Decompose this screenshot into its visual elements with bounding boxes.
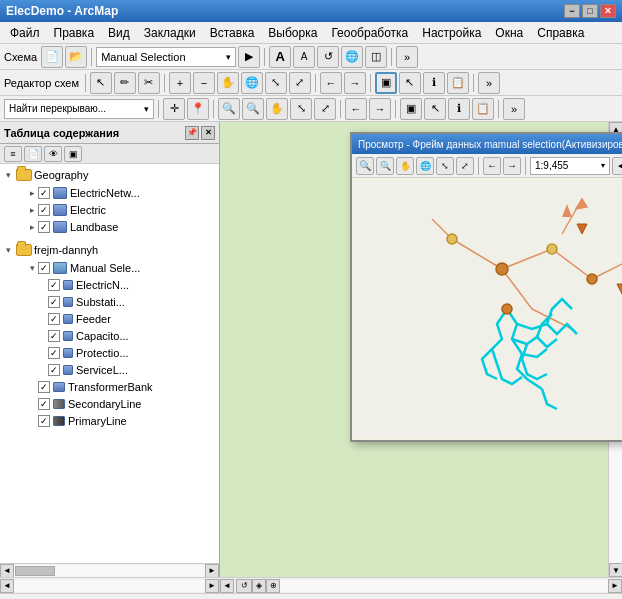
toc-item-electric[interactable]: ▸ Electric [0,201,219,218]
toc-item-primaryline[interactable]: PrimaryLine [0,412,219,429]
find-pan2[interactable]: ✋ [266,98,288,120]
edit-zoom-out[interactable]: − [193,72,215,94]
run-button[interactable]: ▶ [238,46,260,68]
find-btn2[interactable]: 📍 [187,98,209,120]
preview-forward-btn[interactable]: → [503,157,521,175]
menu-customize[interactable]: Настройка [416,24,487,42]
feeder-checkbox[interactable] [48,313,60,325]
find-layer-extent[interactable]: ⤢ [314,98,336,120]
find-btn1[interactable]: ✛ [163,98,185,120]
hscroll-map-right[interactable]: ► [608,579,622,593]
rotate-left-btn[interactable]: ↺ [317,46,339,68]
toc-close-button[interactable]: ✕ [201,126,215,140]
preview-scale-dropdown[interactable]: 1:9,455 ▾ [530,157,610,175]
toc-item-electricn2[interactable]: ElectricN... [0,276,219,293]
menu-insert[interactable]: Вставка [204,24,261,42]
manual-selection-dropdown[interactable]: Manual Selection ▾ [96,47,236,67]
find-select[interactable]: ▣ [400,98,422,120]
find-back2[interactable]: ← [345,98,367,120]
menu-windows[interactable]: Окна [489,24,529,42]
electricnetw-checkbox[interactable] [38,187,50,199]
find-dropdown[interactable]: Найти перекрываю... ▾ [4,99,154,119]
find-more2[interactable]: » [503,98,525,120]
edit-info[interactable]: ℹ [423,72,445,94]
menu-bookmarks[interactable]: Закладки [138,24,202,42]
substati-checkbox[interactable] [48,296,60,308]
electricn2-checkbox[interactable] [48,279,60,291]
edit-btn3[interactable]: ✂ [138,72,160,94]
toc-visibility-btn[interactable]: 👁 [44,146,62,162]
edit-back[interactable]: ← [320,72,342,94]
toc-source-btn[interactable]: 📄 [24,146,42,162]
toc-item-transformerbank[interactable]: TransformerBank [0,378,219,395]
transformerbank-checkbox[interactable] [38,381,50,393]
edit-btn1[interactable]: ↖ [90,72,112,94]
toc-select-btn[interactable]: ▣ [64,146,82,162]
find-forward2[interactable]: → [369,98,391,120]
preview-map-canvas[interactable] [352,178,622,440]
font-size-btn2[interactable]: A [293,46,315,68]
edit-expand[interactable]: ⤡ [265,72,287,94]
open-schema-button[interactable]: 📂 [65,46,87,68]
preview-globe-btn[interactable]: 🌐 [416,157,434,175]
menu-help[interactable]: Справка [531,24,590,42]
find-zoom-out[interactable]: 🔍 [242,98,264,120]
edit-zoom-in[interactable]: + [169,72,191,94]
toc-item-protectio[interactable]: Protectio... [0,344,219,361]
maximize-button[interactable]: □ [582,4,598,18]
protectio-checkbox[interactable] [48,347,60,359]
menu-file[interactable]: Файл [4,24,46,42]
menu-view[interactable]: Вид [102,24,136,42]
map-area[interactable]: Просмотр - Фрейм данных mamual selection… [220,122,622,577]
toc-item-landbase[interactable]: ▸ Landbase [0,218,219,235]
toc-item-manual-sele[interactable]: ▾ Manual Sele... [0,259,219,276]
toc-item-feeder[interactable]: Feeder [0,310,219,327]
landbase-checkbox[interactable] [38,221,50,233]
preview-zoom-out-btn[interactable]: 🔍 [376,157,394,175]
hscroll-toc-right[interactable]: ► [205,579,219,593]
toc-item-electricnetw[interactable]: ▸ ElectricNetw... [0,184,219,201]
hscroll-map-left[interactable]: ◄ [220,579,234,593]
toc-pin-button[interactable]: 📌 [185,126,199,140]
preview-pan-btn[interactable]: ✋ [396,157,414,175]
map-zoom-btn[interactable]: ⊕ [266,579,280,593]
preview-zoom-in-btn[interactable]: 🔍 [356,157,374,175]
expand-toolbar-btn[interactable]: » [396,46,418,68]
edit-globe2[interactable]: 🌐 [241,72,263,94]
edit-pan[interactable]: ✋ [217,72,239,94]
capacito-checkbox[interactable] [48,330,60,342]
edit-identify[interactable]: 📋 [447,72,469,94]
preview-fullext-btn[interactable]: ⤡ [436,157,454,175]
preview-nav-prev-btn[interactable]: ◄ [612,157,622,175]
font-size-btn1[interactable]: A [269,46,291,68]
globe-btn[interactable]: 🌐 [341,46,363,68]
toc-list-btn[interactable]: ≡ [4,146,22,162]
electric-checkbox[interactable] [38,204,50,216]
menu-selection[interactable]: Выборка [262,24,323,42]
preview-layerext-btn[interactable]: ⤢ [456,157,474,175]
manual-checkbox[interactable] [38,262,50,274]
primaryline-checkbox[interactable] [38,415,50,427]
edit-select-box[interactable]: ▣ [375,72,397,94]
close-button[interactable]: ✕ [600,4,616,18]
toc-item-substati[interactable]: Substati... [0,293,219,310]
hscroll-toc-left[interactable]: ◄ [0,579,14,593]
menu-geoprocessing[interactable]: Геообработка [325,24,414,42]
map-refresh-btn[interactable]: ↺ [236,579,252,593]
vscroll-down-button[interactable]: ▼ [609,563,622,577]
find-info2[interactable]: ℹ [448,98,470,120]
edit-cursor[interactable]: ↖ [399,72,421,94]
edit-collapse[interactable]: ⤢ [289,72,311,94]
hscroll-right-button[interactable]: ► [205,564,219,578]
new-schema-button[interactable]: 📄 [41,46,63,68]
find-full-extent[interactable]: ⤡ [290,98,312,120]
find-identify2[interactable]: ↖ [424,98,446,120]
servicel-checkbox[interactable] [48,364,60,376]
edit-more[interactable]: » [478,72,500,94]
edit-forward[interactable]: → [344,72,366,94]
hscroll-left-button[interactable]: ◄ [0,564,14,578]
toc-item-capacito[interactable]: Capacito... [0,327,219,344]
find-zoom-in[interactable]: 🔍 [218,98,240,120]
layers-btn[interactable]: ◫ [365,46,387,68]
minimize-button[interactable]: − [564,4,580,18]
